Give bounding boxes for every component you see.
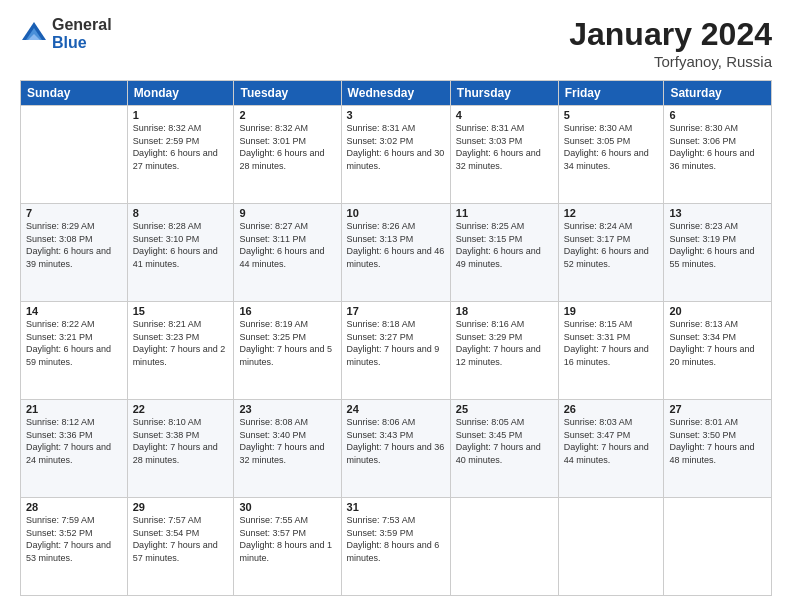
header-saturday: Saturday xyxy=(664,81,772,106)
cell-content: Sunrise: 8:32 AM Sunset: 3:01 PM Dayligh… xyxy=(239,122,335,172)
day-number: 19 xyxy=(564,305,659,317)
cell-content: Sunrise: 8:22 AM Sunset: 3:21 PM Dayligh… xyxy=(26,318,122,368)
table-row: 25 Sunrise: 8:05 AM Sunset: 3:45 PM Dayl… xyxy=(450,400,558,498)
logo-general-text: General xyxy=(52,16,112,34)
table-row: 31 Sunrise: 7:53 AM Sunset: 3:59 PM Dayl… xyxy=(341,498,450,596)
daylight-text: Daylight: 6 hours and 55 minutes. xyxy=(669,246,754,269)
sunset-text: Sunset: 3:05 PM xyxy=(564,136,631,146)
sunset-text: Sunset: 3:19 PM xyxy=(669,234,736,244)
sunrise-text: Sunrise: 8:08 AM xyxy=(239,417,308,427)
day-number: 9 xyxy=(239,207,335,219)
header-tuesday: Tuesday xyxy=(234,81,341,106)
day-number: 5 xyxy=(564,109,659,121)
sunrise-text: Sunrise: 7:59 AM xyxy=(26,515,95,525)
daylight-text: Daylight: 7 hours and 48 minutes. xyxy=(669,442,754,465)
sunrise-text: Sunrise: 8:18 AM xyxy=(347,319,416,329)
daylight-text: Daylight: 7 hours and 20 minutes. xyxy=(669,344,754,367)
weekday-header-row: Sunday Monday Tuesday Wednesday Thursday… xyxy=(21,81,772,106)
sunrise-text: Sunrise: 8:31 AM xyxy=(347,123,416,133)
daylight-text: Daylight: 7 hours and 44 minutes. xyxy=(564,442,649,465)
sunset-text: Sunset: 2:59 PM xyxy=(133,136,200,146)
cell-content: Sunrise: 8:13 AM Sunset: 3:34 PM Dayligh… xyxy=(669,318,766,368)
day-number: 18 xyxy=(456,305,553,317)
daylight-text: Daylight: 6 hours and 46 minutes. xyxy=(347,246,445,269)
sunset-text: Sunset: 3:34 PM xyxy=(669,332,736,342)
cell-content: Sunrise: 8:25 AM Sunset: 3:15 PM Dayligh… xyxy=(456,220,553,270)
cell-content: Sunrise: 8:30 AM Sunset: 3:06 PM Dayligh… xyxy=(669,122,766,172)
table-row: 29 Sunrise: 7:57 AM Sunset: 3:54 PM Dayl… xyxy=(127,498,234,596)
sunset-text: Sunset: 3:57 PM xyxy=(239,528,306,538)
title-block: January 2024 Torfyanoy, Russia xyxy=(569,16,772,70)
sunrise-text: Sunrise: 8:25 AM xyxy=(456,221,525,231)
sunset-text: Sunset: 3:08 PM xyxy=(26,234,93,244)
table-row: 26 Sunrise: 8:03 AM Sunset: 3:47 PM Dayl… xyxy=(558,400,664,498)
day-number: 29 xyxy=(133,501,229,513)
sunset-text: Sunset: 3:36 PM xyxy=(26,430,93,440)
logo-text: General Blue xyxy=(52,16,112,51)
sunset-text: Sunset: 3:01 PM xyxy=(239,136,306,146)
sunrise-text: Sunrise: 7:57 AM xyxy=(133,515,202,525)
sunset-text: Sunset: 3:15 PM xyxy=(456,234,523,244)
day-number: 27 xyxy=(669,403,766,415)
cell-content: Sunrise: 8:12 AM Sunset: 3:36 PM Dayligh… xyxy=(26,416,122,466)
sunset-text: Sunset: 3:54 PM xyxy=(133,528,200,538)
day-number: 21 xyxy=(26,403,122,415)
sunrise-text: Sunrise: 8:05 AM xyxy=(456,417,525,427)
sunset-text: Sunset: 3:29 PM xyxy=(456,332,523,342)
daylight-text: Daylight: 6 hours and 30 minutes. xyxy=(347,148,445,171)
sunset-text: Sunset: 3:59 PM xyxy=(347,528,414,538)
sunset-text: Sunset: 3:27 PM xyxy=(347,332,414,342)
sunset-text: Sunset: 3:25 PM xyxy=(239,332,306,342)
table-row: 23 Sunrise: 8:08 AM Sunset: 3:40 PM Dayl… xyxy=(234,400,341,498)
table-row: 15 Sunrise: 8:21 AM Sunset: 3:23 PM Dayl… xyxy=(127,302,234,400)
daylight-text: Daylight: 6 hours and 32 minutes. xyxy=(456,148,541,171)
daylight-text: Daylight: 7 hours and 40 minutes. xyxy=(456,442,541,465)
sunset-text: Sunset: 3:10 PM xyxy=(133,234,200,244)
cell-content: Sunrise: 8:26 AM Sunset: 3:13 PM Dayligh… xyxy=(347,220,445,270)
sunset-text: Sunset: 3:38 PM xyxy=(133,430,200,440)
day-number: 4 xyxy=(456,109,553,121)
daylight-text: Daylight: 7 hours and 2 minutes. xyxy=(133,344,226,367)
cell-content: Sunrise: 8:29 AM Sunset: 3:08 PM Dayligh… xyxy=(26,220,122,270)
location-title: Torfyanoy, Russia xyxy=(569,53,772,70)
daylight-text: Daylight: 7 hours and 57 minutes. xyxy=(133,540,218,563)
calendar-row: 14 Sunrise: 8:22 AM Sunset: 3:21 PM Dayl… xyxy=(21,302,772,400)
sunrise-text: Sunrise: 8:29 AM xyxy=(26,221,95,231)
header: General Blue January 2024 Torfyanoy, Rus… xyxy=(20,16,772,70)
cell-content: Sunrise: 8:23 AM Sunset: 3:19 PM Dayligh… xyxy=(669,220,766,270)
sunrise-text: Sunrise: 8:03 AM xyxy=(564,417,633,427)
day-number: 1 xyxy=(133,109,229,121)
day-number: 14 xyxy=(26,305,122,317)
sunset-text: Sunset: 3:45 PM xyxy=(456,430,523,440)
day-number: 15 xyxy=(133,305,229,317)
cell-content: Sunrise: 8:01 AM Sunset: 3:50 PM Dayligh… xyxy=(669,416,766,466)
daylight-text: Daylight: 7 hours and 53 minutes. xyxy=(26,540,111,563)
sunset-text: Sunset: 3:47 PM xyxy=(564,430,631,440)
day-number: 24 xyxy=(347,403,445,415)
day-number: 12 xyxy=(564,207,659,219)
table-row xyxy=(558,498,664,596)
cell-content: Sunrise: 8:15 AM Sunset: 3:31 PM Dayligh… xyxy=(564,318,659,368)
cell-content: Sunrise: 8:08 AM Sunset: 3:40 PM Dayligh… xyxy=(239,416,335,466)
daylight-text: Daylight: 6 hours and 59 minutes. xyxy=(26,344,111,367)
table-row: 24 Sunrise: 8:06 AM Sunset: 3:43 PM Dayl… xyxy=(341,400,450,498)
logo-icon xyxy=(20,20,48,48)
day-number: 23 xyxy=(239,403,335,415)
table-row: 27 Sunrise: 8:01 AM Sunset: 3:50 PM Dayl… xyxy=(664,400,772,498)
sunset-text: Sunset: 3:06 PM xyxy=(669,136,736,146)
sunrise-text: Sunrise: 8:30 AM xyxy=(669,123,738,133)
calendar-row: 28 Sunrise: 7:59 AM Sunset: 3:52 PM Dayl… xyxy=(21,498,772,596)
cell-content: Sunrise: 8:18 AM Sunset: 3:27 PM Dayligh… xyxy=(347,318,445,368)
daylight-text: Daylight: 6 hours and 41 minutes. xyxy=(133,246,218,269)
logo-blue-text: Blue xyxy=(52,34,112,52)
table-row: 11 Sunrise: 8:25 AM Sunset: 3:15 PM Dayl… xyxy=(450,204,558,302)
day-number: 26 xyxy=(564,403,659,415)
sunset-text: Sunset: 3:31 PM xyxy=(564,332,631,342)
header-thursday: Thursday xyxy=(450,81,558,106)
calendar-row: 1 Sunrise: 8:32 AM Sunset: 2:59 PM Dayli… xyxy=(21,106,772,204)
header-monday: Monday xyxy=(127,81,234,106)
sunrise-text: Sunrise: 7:53 AM xyxy=(347,515,416,525)
sunset-text: Sunset: 3:17 PM xyxy=(564,234,631,244)
sunrise-text: Sunrise: 8:06 AM xyxy=(347,417,416,427)
daylight-text: Daylight: 8 hours and 6 minutes. xyxy=(347,540,440,563)
